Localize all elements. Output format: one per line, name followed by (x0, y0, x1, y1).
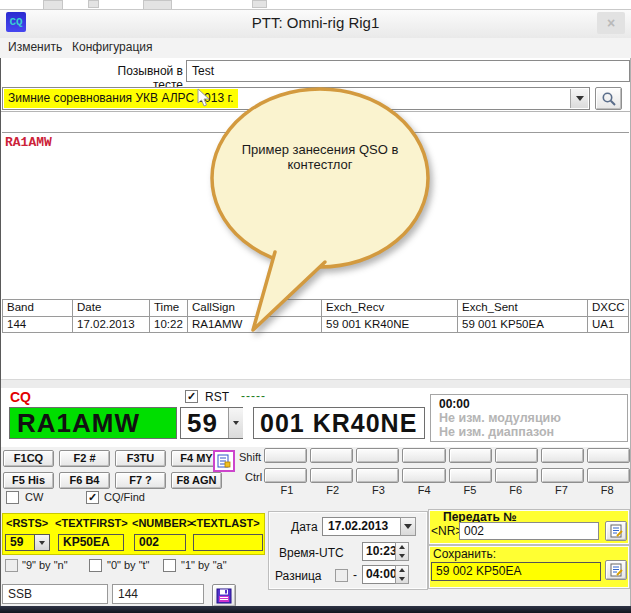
f6-b4-button[interactable]: F6 B4 (59, 472, 110, 489)
time-diff-field[interactable]: 04:00 (362, 565, 396, 584)
textfirst-header: <TEXTFIRST> (55, 517, 128, 529)
mode-field[interactable]: SSB (2, 584, 108, 604)
column-header-exch-sent[interactable]: Exch_Sent (458, 300, 588, 317)
f2-number-button[interactable]: F2 # (59, 450, 110, 467)
status-band: Не изм. диаппазон (439, 425, 627, 439)
utc-time-field[interactable]: 10:23 (362, 542, 396, 561)
f7-query-button[interactable]: F7 ? (115, 472, 166, 489)
column-header-time[interactable]: Time (150, 300, 188, 317)
macro-editor-button[interactable] (213, 450, 235, 472)
nine-by-n-checkbox[interactable] (5, 559, 18, 572)
column-header-band[interactable]: Band (3, 300, 73, 317)
ctrl-f1-button[interactable] (264, 468, 307, 483)
date-dropdown-button[interactable] (400, 517, 416, 536)
save-log-button[interactable] (212, 584, 236, 607)
number-field[interactable]: 002 (134, 534, 186, 551)
contest-search-button[interactable] (595, 87, 622, 110)
rst-checkbox[interactable] (185, 390, 198, 403)
close-button[interactable]: × (597, 12, 625, 34)
utc-time-label: Время-UTC (279, 546, 344, 560)
f2-label: F2 (310, 484, 356, 496)
zero-by-t-checkbox[interactable] (89, 559, 102, 572)
f3-tu-button[interactable]: F3TU (115, 450, 166, 467)
rsts-dropdown-button[interactable] (34, 534, 50, 551)
cell-exch-sent: 59 001 KP50EA (458, 317, 588, 332)
time-diff-checkbox[interactable] (335, 569, 348, 582)
f8-label: F8 (584, 484, 630, 496)
window-left-border (0, 58, 1, 606)
ctrl-f5-button[interactable] (449, 468, 492, 483)
rst-dropdown-button[interactable] (228, 408, 243, 438)
shift-f5-button[interactable] (449, 448, 492, 463)
window-bottom-edge (0, 606, 631, 613)
shift-f7-button[interactable] (541, 448, 584, 463)
textlast-field[interactable] (193, 534, 263, 551)
time-diff-minus: - (353, 568, 357, 582)
f5-label: F5 (447, 484, 493, 496)
ctrl-f2-button[interactable] (310, 468, 353, 483)
cw-checkbox-label: CW (25, 491, 43, 503)
app-window: CQ PTT: Omni-rig Rig1 × Изменить Конфигу… (0, 0, 631, 613)
column-header-date[interactable]: Date (73, 300, 150, 317)
title-bar: CQ PTT: Omni-rig Rig1 × (0, 9, 631, 39)
textfirst-field[interactable]: KP50EA (58, 534, 124, 551)
nine-by-n-label: "9" by "n" (22, 559, 68, 571)
ctrl-f4-button[interactable] (402, 468, 445, 483)
f1-label: F1 (264, 484, 310, 496)
spin-up-icon (399, 568, 405, 572)
datetime-panel: Дата 17.02.2013 Время-UTC 10:23 Разница … (268, 511, 428, 590)
rst-checkbox-label: RST (205, 390, 229, 404)
cw-checkbox[interactable] (6, 491, 19, 504)
function-keys-area: F1CQ F2 # F3TU F4 MY F5 His F6 B4 F7 ? F… (0, 447, 631, 507)
chevron-down-icon (233, 421, 239, 425)
shift-row-label: Shift (239, 451, 261, 463)
shift-f2-button[interactable] (310, 448, 353, 463)
contest-dropdown-button[interactable] (570, 89, 588, 108)
f4-label: F4 (401, 484, 447, 496)
save-field[interactable]: 59 002 KP50EA (431, 562, 601, 581)
cell-date: 17.02.2013 (73, 317, 150, 332)
send-number-group: Передать № <NR>: 002 (428, 509, 630, 545)
shift-f6-button[interactable] (495, 448, 538, 463)
one-by-a-checkbox[interactable] (163, 559, 176, 572)
menu-item-configuration[interactable]: Конфигурация (72, 40, 153, 54)
ctrl-f3-button[interactable] (356, 468, 399, 483)
time-spinner[interactable] (395, 542, 409, 561)
f8-agn-button[interactable]: F8 AGN (171, 472, 222, 489)
shift-f3-button[interactable] (356, 448, 399, 463)
shift-f8-button[interactable] (587, 448, 630, 463)
nr-edit-button[interactable] (605, 521, 627, 541)
status-modulation: Не изм. модуляцию (439, 411, 627, 425)
cq-label: CQ (10, 389, 31, 405)
f5-his-button[interactable]: F5 His (3, 472, 54, 489)
memo-icon (610, 524, 623, 538)
ctrl-f8-button[interactable] (587, 468, 630, 483)
exchange-entry-field[interactable]: 001 KR40NE (253, 407, 425, 439)
cell-dxcc: UA1 (588, 317, 628, 332)
menu-item-edit[interactable]: Изменить (8, 40, 62, 54)
band-field[interactable]: 144 (112, 584, 204, 604)
test-callsign-input[interactable]: Test (186, 60, 630, 82)
bottom-area: <RSTS> <TEXTFIRST> <NUMBER> <TEXTLAST> 5… (0, 507, 631, 606)
cqfind-checkbox[interactable] (86, 491, 99, 504)
save-group-label: Сохранить: (433, 547, 496, 561)
date-field[interactable]: 17.02.2013 (322, 517, 401, 536)
shift-f1-button[interactable] (264, 448, 307, 463)
chevron-down-icon (404, 524, 412, 529)
callsign-entry-field[interactable]: RA1AMW (9, 407, 177, 439)
column-header-dxcc[interactable]: DXCC (588, 300, 628, 317)
ctrl-f6-button[interactable] (495, 468, 538, 483)
operator-callsign: RA1AMW (5, 135, 52, 150)
ctrl-f7-button[interactable] (541, 468, 584, 483)
fkey-labels-row: F1 F2 F3 F4 F5 F6 F7 F8 (264, 484, 630, 496)
save-edit-button[interactable] (605, 560, 627, 580)
background-window-fragment (88, 0, 99, 8)
rst-dashes: ----- (241, 389, 266, 403)
shift-macro-row (264, 448, 630, 463)
exchange-template-panel: <RSTS> <TEXTFIRST> <NUMBER> <TEXTLAST> 5… (2, 513, 265, 555)
f1-cq-button[interactable]: F1CQ (3, 450, 54, 467)
time-diff-spinner[interactable] (395, 565, 409, 584)
rsts-field[interactable]: 59 (5, 534, 35, 551)
nr-field[interactable]: 002 (459, 522, 599, 540)
shift-f4-button[interactable] (402, 448, 445, 463)
